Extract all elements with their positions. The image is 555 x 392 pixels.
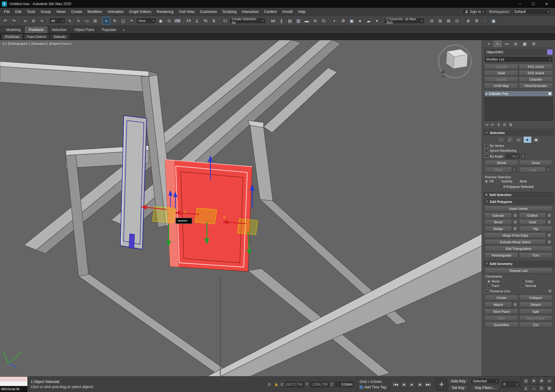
flip-button[interactable]: Flip (519, 226, 553, 232)
vertex-mode-icon[interactable]: ∷ (497, 137, 505, 143)
ffd-2x2x2-modifier-button[interactable]: FFD 2x2x2 (519, 64, 553, 70)
spinner-snap-button[interactable]: ⇅ (210, 17, 218, 25)
outline-settings-button[interactable] (547, 213, 552, 218)
pan-button[interactable]: ↔ (530, 384, 538, 392)
set-keys-button[interactable]: + (436, 378, 447, 390)
play-button[interactable]: ▶ (408, 381, 415, 388)
viewport-menu-shading[interactable]: [Edged Faces ] (49, 42, 71, 45)
ribbon-options-dropdown[interactable]: ▼ (121, 28, 127, 33)
modifier-stack[interactable]: ▶ Editable Poly (484, 91, 553, 121)
subtab-defaults[interactable]: Defaults (50, 34, 69, 39)
display-tab[interactable]: ▦ (521, 41, 529, 47)
modifier-list-dropdown[interactable]: Modifier List (484, 56, 553, 62)
select-by-name-button[interactable]: ≡ (74, 17, 82, 25)
z-coordinate-field[interactable]: 0,0mm (335, 382, 354, 387)
edit-geometry-rollout-header[interactable]: ▼ Edit Geometry (484, 261, 553, 266)
gear-icon[interactable]: ⚙ (473, 17, 481, 25)
split-button[interactable]: Split (519, 309, 553, 314)
edit-named-selection-sets-button[interactable]: { } (221, 17, 229, 25)
menu-civil-view[interactable]: Civil View (176, 8, 197, 15)
motion-tab[interactable]: ◎ (512, 41, 520, 47)
edit-polygons-rollout-header[interactable]: ▼ Edit Polygons (484, 199, 553, 204)
ring-spinner[interactable]: ▲▼ (513, 167, 516, 172)
hinge-from-edge-button[interactable]: Hinge From Edge (485, 232, 546, 238)
pin-stack-icon[interactable]: ⊸ (485, 123, 488, 127)
utilities-tab[interactable]: ⚙ (530, 41, 538, 47)
loop-button[interactable]: Loop (519, 167, 546, 173)
explorer-preset-1-button[interactable]: ⊟ (428, 17, 436, 25)
loop-spinner[interactable]: ▲▼ (547, 167, 550, 172)
toggle-layer-explorer-button[interactable]: ▥ (294, 17, 302, 25)
inset-settings-button[interactable] (547, 220, 552, 225)
bind-to-space-warp-button[interactable]: ∿ (38, 17, 46, 25)
explorer-preset-4-button[interactable]: ⊡ (453, 17, 461, 25)
bridge-button[interactable]: Bridge (485, 226, 512, 232)
preview-off-radio[interactable] (485, 180, 488, 183)
snaps-toggle-button[interactable]: 2.5 (185, 17, 193, 25)
collapse-button[interactable]: Collapse (519, 295, 553, 300)
explorer-preset-3-button[interactable]: ⊠ (445, 17, 453, 25)
inset-button[interactable]: Inset (519, 219, 546, 225)
cut-button[interactable]: Cut (519, 322, 553, 328)
toggle-ribbon-button[interactable]: ▬ (303, 17, 311, 25)
ffd-4x4x4-modifier-button[interactable]: FFD 4x4x4 (519, 70, 553, 76)
menu-rendering[interactable]: Rendering (154, 8, 176, 15)
previous-frame-button[interactable]: ◀| (400, 381, 407, 388)
zoom-extents-button[interactable]: ⊕ (538, 377, 545, 384)
y-coordinate-field[interactable]: -1394,799 (310, 382, 329, 387)
render-flyout-button[interactable]: ▾ (373, 17, 381, 25)
extrude-button[interactable]: Extrude (485, 213, 512, 218)
sweep-modifier-button[interactable]: Sweep (484, 76, 518, 82)
go-to-start-button[interactable]: |◀◀ (392, 381, 399, 388)
menu-file[interactable]: File (1, 8, 12, 15)
listener-pane[interactable] (0, 381, 27, 386)
zoom-button[interactable]: ◎ (522, 377, 530, 384)
hierarchy-tab[interactable]: ⊶ (503, 41, 511, 47)
key-selection-dropdown[interactable]: Selected (471, 378, 500, 384)
bevel-button[interactable]: Bevel (485, 219, 512, 225)
undo-button[interactable]: ↶ (2, 17, 9, 25)
zoom-all-button[interactable]: ⊚ (530, 377, 538, 384)
ribbon-tab-object-paint[interactable]: Object Paint (71, 27, 98, 33)
select-and-scale-button[interactable]: ◱ (119, 17, 127, 25)
menu-help[interactable]: Help (295, 8, 308, 15)
by-angle-spinner[interactable]: ▲▼ (521, 154, 525, 159)
menu-scripting[interactable]: Scripting (220, 8, 239, 15)
angle-snap-button[interactable]: ∠ (193, 17, 201, 25)
viewport-menu-style[interactable]: [Standard ] (31, 42, 48, 45)
menu-animation[interactable]: Animation (105, 8, 126, 15)
shell-modifier-button[interactable]: Shell (484, 70, 518, 76)
make-unique-icon[interactable]: ⊻ (497, 123, 500, 127)
add-time-tag-button[interactable]: Add Time Tag (364, 385, 386, 389)
extrude-settings-button[interactable] (513, 213, 518, 218)
close-button[interactable]: ✕ (540, 0, 553, 8)
unlink-selection-button[interactable]: ⊘ (30, 17, 37, 25)
ribbon-tab-selection[interactable]: Selection (48, 27, 70, 33)
menu-customize[interactable]: Customize (197, 8, 220, 15)
border-mode-icon[interactable]: ▭ (515, 137, 522, 143)
object-color-swatch[interactable] (547, 49, 553, 55)
render-setup-button[interactable]: ⚙ (339, 17, 347, 25)
ignore-backfacing-checkbox[interactable] (485, 149, 488, 152)
constraint-normal-radio[interactable] (521, 284, 524, 288)
sign-in-button[interactable]: Sign In (462, 9, 487, 15)
maximize-button[interactable]: ☐ (527, 0, 540, 8)
attach-settings-button[interactable] (513, 302, 518, 307)
stack-item-editable-poly[interactable]: ▶ Editable Poly (484, 91, 553, 96)
menu-content[interactable]: Content (261, 8, 279, 15)
preview-subobj-radio[interactable] (497, 180, 500, 183)
set-key-button[interactable]: Set Key (448, 385, 468, 390)
extrude-along-spline-button[interactable]: Extrude Along Spline (485, 239, 546, 245)
menu-create[interactable]: Create (68, 8, 85, 15)
ring-button[interactable]: Ring (485, 167, 512, 173)
x-coordinate-field[interactable]: 26072,784 (285, 382, 304, 387)
create-button[interactable]: Create (485, 295, 518, 300)
soft-selection-rollout-header[interactable]: ▶ Soft Selection (484, 192, 553, 198)
shrink-button[interactable]: Shrink (485, 160, 518, 166)
stack-visibility-icon[interactable] (548, 92, 551, 95)
floorgenerator-modifier-button[interactable]: FloorGenerator (519, 83, 553, 89)
rectangular-selection-region-button[interactable]: ▭ (83, 17, 91, 25)
preserve-uvs-checkbox[interactable] (485, 290, 488, 293)
element-mode-icon[interactable]: ▣ (532, 137, 540, 143)
bevel-settings-button[interactable] (513, 220, 518, 225)
